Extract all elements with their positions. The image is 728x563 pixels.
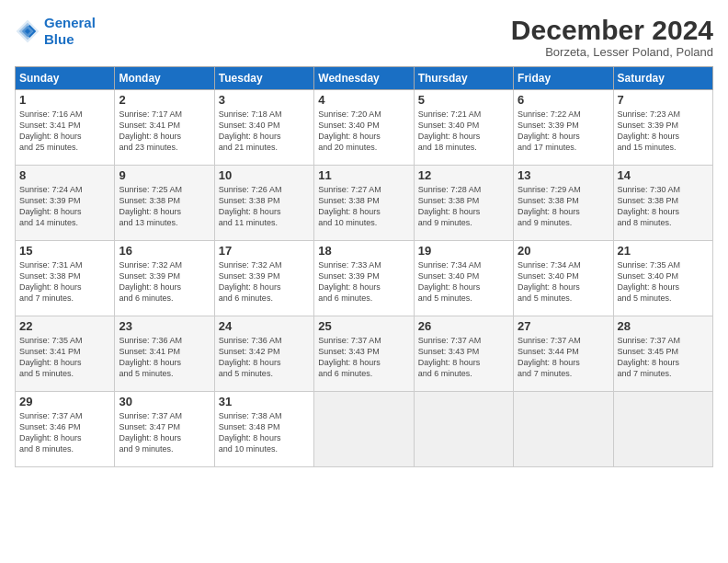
- day-info: Sunrise: 7:36 AMSunset: 3:41 PMDaylight:…: [119, 335, 210, 380]
- day-info: Sunrise: 7:37 AMSunset: 3:44 PMDaylight:…: [518, 335, 609, 380]
- day-number: 30: [119, 395, 210, 408]
- logo-text: General Blue: [44, 15, 96, 48]
- calendar-cell: [414, 392, 513, 467]
- calendar-cell: 22Sunrise: 7:35 AMSunset: 3:41 PMDayligh…: [16, 316, 115, 392]
- day-number: 27: [518, 319, 609, 333]
- day-number: 31: [219, 395, 310, 408]
- day-number: 25: [318, 319, 409, 333]
- calendar-cell: [314, 392, 414, 467]
- logo: General Blue: [15, 15, 96, 48]
- calendar-cell: 5Sunrise: 7:21 AMSunset: 3:40 PMDaylight…: [414, 90, 513, 166]
- day-number: 7: [618, 93, 709, 107]
- day-number: 11: [318, 168, 409, 182]
- calendar-cell: 31Sunrise: 7:38 AMSunset: 3:48 PMDayligh…: [214, 392, 313, 467]
- day-header-sunday: Sunday: [16, 67, 115, 90]
- calendar-cell: 30Sunrise: 7:37 AMSunset: 3:47 PMDayligh…: [115, 392, 214, 467]
- day-number: 17: [219, 244, 310, 258]
- day-info: Sunrise: 7:27 AMSunset: 3:38 PMDaylight:…: [318, 184, 409, 229]
- calendar-cell: 14Sunrise: 7:30 AMSunset: 3:38 PMDayligh…: [613, 166, 712, 241]
- calendar-cell: 10Sunrise: 7:26 AMSunset: 3:38 PMDayligh…: [214, 166, 313, 241]
- day-header-tuesday: Tuesday: [214, 67, 313, 90]
- day-info: Sunrise: 7:37 AMSunset: 3:43 PMDaylight:…: [418, 335, 509, 380]
- calendar-cell: 26Sunrise: 7:37 AMSunset: 3:43 PMDayligh…: [414, 316, 513, 392]
- day-info: Sunrise: 7:37 AMSunset: 3:45 PMDaylight:…: [618, 335, 709, 380]
- calendar-cell: [514, 392, 613, 467]
- day-info: Sunrise: 7:18 AMSunset: 3:40 PMDaylight:…: [219, 109, 310, 154]
- calendar-cell: 4Sunrise: 7:20 AMSunset: 3:40 PMDaylight…: [314, 90, 414, 166]
- day-info: Sunrise: 7:24 AMSunset: 3:39 PMDaylight:…: [19, 184, 110, 229]
- day-info: Sunrise: 7:35 AMSunset: 3:40 PMDaylight:…: [618, 259, 709, 304]
- calendar-week-3: 15Sunrise: 7:31 AMSunset: 3:38 PMDayligh…: [16, 241, 713, 316]
- day-number: 24: [219, 319, 310, 333]
- calendar-cell: 16Sunrise: 7:32 AMSunset: 3:39 PMDayligh…: [115, 241, 214, 316]
- day-info: Sunrise: 7:36 AMSunset: 3:42 PMDaylight:…: [219, 335, 310, 380]
- day-info: Sunrise: 7:23 AMSunset: 3:39 PMDaylight:…: [618, 109, 709, 154]
- calendar-cell: [613, 392, 712, 467]
- day-number: 6: [518, 93, 609, 107]
- day-number: 10: [219, 168, 310, 182]
- day-info: Sunrise: 7:31 AMSunset: 3:38 PMDaylight:…: [19, 259, 110, 304]
- day-number: 21: [618, 244, 709, 258]
- calendar-week-2: 8Sunrise: 7:24 AMSunset: 3:39 PMDaylight…: [16, 166, 713, 241]
- day-info: Sunrise: 7:32 AMSunset: 3:39 PMDaylight:…: [219, 259, 310, 304]
- calendar-cell: 25Sunrise: 7:37 AMSunset: 3:43 PMDayligh…: [314, 316, 414, 392]
- day-number: 1: [19, 93, 110, 107]
- day-number: 2: [119, 93, 210, 107]
- calendar-week-5: 29Sunrise: 7:37 AMSunset: 3:46 PMDayligh…: [16, 392, 713, 467]
- day-info: Sunrise: 7:38 AMSunset: 3:48 PMDaylight:…: [219, 410, 310, 455]
- calendar-cell: 19Sunrise: 7:34 AMSunset: 3:40 PMDayligh…: [414, 241, 513, 316]
- calendar-cell: 13Sunrise: 7:29 AMSunset: 3:38 PMDayligh…: [514, 166, 613, 241]
- day-header-friday: Friday: [514, 67, 613, 90]
- calendar-cell: 7Sunrise: 7:23 AMSunset: 3:39 PMDaylight…: [613, 90, 712, 166]
- calendar-cell: 29Sunrise: 7:37 AMSunset: 3:46 PMDayligh…: [16, 392, 115, 467]
- day-number: 18: [318, 244, 409, 258]
- day-info: Sunrise: 7:21 AMSunset: 3:40 PMDaylight:…: [418, 109, 509, 154]
- calendar-cell: 9Sunrise: 7:25 AMSunset: 3:38 PMDaylight…: [115, 166, 214, 241]
- calendar-cell: 8Sunrise: 7:24 AMSunset: 3:39 PMDaylight…: [16, 166, 115, 241]
- day-number: 4: [318, 93, 409, 107]
- calendar-cell: 15Sunrise: 7:31 AMSunset: 3:38 PMDayligh…: [16, 241, 115, 316]
- day-number: 15: [19, 244, 110, 258]
- calendar-cell: 20Sunrise: 7:34 AMSunset: 3:40 PMDayligh…: [514, 241, 613, 316]
- day-info: Sunrise: 7:34 AMSunset: 3:40 PMDaylight:…: [418, 259, 509, 304]
- calendar-week-1: 1Sunrise: 7:16 AMSunset: 3:41 PMDaylight…: [16, 90, 713, 166]
- logo-icon: [15, 18, 40, 44]
- header: General Blue December 2024 Borzeta, Less…: [15, 15, 713, 59]
- calendar-cell: 17Sunrise: 7:32 AMSunset: 3:39 PMDayligh…: [214, 241, 313, 316]
- calendar-cell: 2Sunrise: 7:17 AMSunset: 3:41 PMDaylight…: [115, 90, 214, 166]
- day-number: 9: [119, 168, 210, 182]
- page: General Blue December 2024 Borzeta, Less…: [0, 0, 728, 563]
- subtitle: Borzeta, Lesser Poland, Poland: [511, 45, 713, 59]
- day-number: 28: [618, 319, 709, 333]
- calendar-cell: 23Sunrise: 7:36 AMSunset: 3:41 PMDayligh…: [115, 316, 214, 392]
- main-title: December 2024: [511, 15, 713, 45]
- calendar-cell: 24Sunrise: 7:36 AMSunset: 3:42 PMDayligh…: [214, 316, 313, 392]
- day-info: Sunrise: 7:17 AMSunset: 3:41 PMDaylight:…: [119, 109, 210, 154]
- calendar-cell: 28Sunrise: 7:37 AMSunset: 3:45 PMDayligh…: [613, 316, 712, 392]
- calendar-cell: 21Sunrise: 7:35 AMSunset: 3:40 PMDayligh…: [613, 241, 712, 316]
- calendar-cell: 6Sunrise: 7:22 AMSunset: 3:39 PMDaylight…: [514, 90, 613, 166]
- day-info: Sunrise: 7:34 AMSunset: 3:40 PMDaylight:…: [518, 259, 609, 304]
- calendar-header-row: SundayMondayTuesdayWednesdayThursdayFrid…: [16, 67, 713, 90]
- day-number: 22: [19, 319, 110, 333]
- day-info: Sunrise: 7:32 AMSunset: 3:39 PMDaylight:…: [119, 259, 210, 304]
- calendar-cell: 27Sunrise: 7:37 AMSunset: 3:44 PMDayligh…: [514, 316, 613, 392]
- day-info: Sunrise: 7:30 AMSunset: 3:38 PMDaylight:…: [618, 184, 709, 229]
- day-number: 14: [618, 168, 709, 182]
- day-number: 19: [418, 244, 509, 258]
- day-info: Sunrise: 7:25 AMSunset: 3:38 PMDaylight:…: [119, 184, 210, 229]
- day-info: Sunrise: 7:37 AMSunset: 3:43 PMDaylight:…: [318, 335, 409, 380]
- day-info: Sunrise: 7:37 AMSunset: 3:47 PMDaylight:…: [119, 410, 210, 455]
- day-number: 26: [418, 319, 509, 333]
- day-number: 3: [219, 93, 310, 107]
- day-number: 23: [119, 319, 210, 333]
- calendar: SundayMondayTuesdayWednesdayThursdayFrid…: [15, 66, 713, 467]
- day-info: Sunrise: 7:20 AMSunset: 3:40 PMDaylight:…: [318, 109, 409, 154]
- day-header-monday: Monday: [115, 67, 214, 90]
- calendar-week-4: 22Sunrise: 7:35 AMSunset: 3:41 PMDayligh…: [16, 316, 713, 392]
- day-number: 8: [19, 168, 110, 182]
- calendar-cell: 3Sunrise: 7:18 AMSunset: 3:40 PMDaylight…: [214, 90, 313, 166]
- day-info: Sunrise: 7:29 AMSunset: 3:38 PMDaylight:…: [518, 184, 609, 229]
- day-number: 12: [418, 168, 509, 182]
- day-number: 16: [119, 244, 210, 258]
